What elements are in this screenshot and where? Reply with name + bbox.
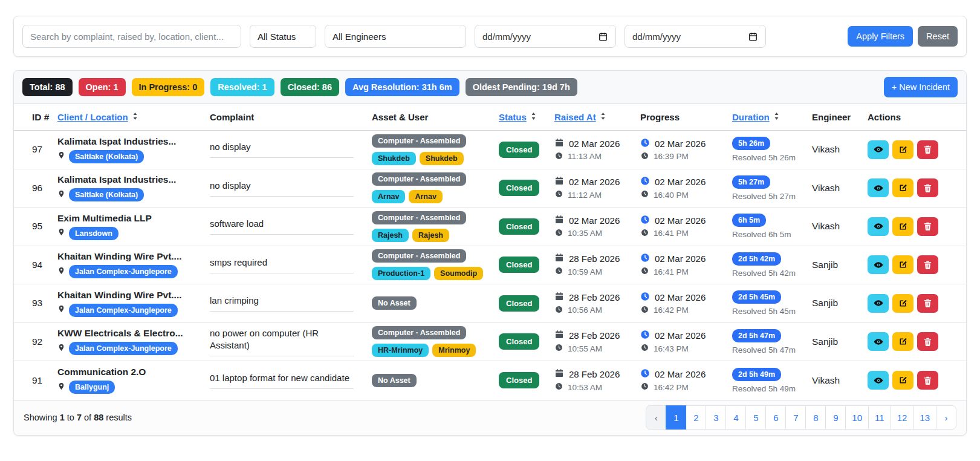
- view-button[interactable]: [868, 217, 889, 236]
- engineer-name: Vikash: [812, 221, 868, 232]
- clock-icon: [641, 267, 649, 275]
- eye-icon: [873, 221, 884, 231]
- status-filter-select[interactable]: All Status: [250, 25, 316, 48]
- delete-button[interactable]: [917, 178, 938, 197]
- clock-icon: [555, 306, 563, 313]
- pagination-prev-button[interactable]: ‹: [646, 405, 666, 430]
- page-button[interactable]: 4: [725, 405, 746, 430]
- table-row: 91 Communication 2.O Ballygunj 01 laptop…: [14, 361, 966, 400]
- header-asset-user: Asset & User: [372, 112, 499, 122]
- engineer-filter-select[interactable]: All Engineers: [325, 25, 466, 48]
- eye-icon: [873, 145, 884, 154]
- edit-button[interactable]: [892, 294, 913, 313]
- edit-button[interactable]: [892, 255, 913, 274]
- page-button[interactable]: 8: [805, 405, 826, 430]
- new-incident-button[interactable]: + New Incident: [884, 77, 958, 97]
- client-name: Kalimata Ispat Industries...: [57, 174, 210, 185]
- location-pin-icon: [57, 382, 65, 393]
- complaint-text[interactable]: smps required: [210, 257, 354, 273]
- view-button[interactable]: [868, 294, 889, 313]
- delete-button[interactable]: [917, 140, 938, 159]
- edit-button[interactable]: [892, 332, 913, 351]
- progress-date: 02 Mar 2026: [655, 253, 706, 264]
- trash-icon: [923, 298, 932, 308]
- complaint-text[interactable]: lan crimping: [210, 295, 354, 312]
- header-client-location[interactable]: Client / Location: [57, 112, 210, 122]
- progress-time: 16:41 PM: [654, 229, 689, 238]
- clock-icon: [555, 190, 563, 198]
- search-input[interactable]: [22, 25, 241, 48]
- asset-badge: Computer - Assembled: [372, 134, 466, 148]
- duration-note: Resolved 6h 5m: [732, 230, 812, 239]
- page-button[interactable]: 3: [706, 405, 726, 430]
- view-button[interactable]: [868, 140, 889, 159]
- header-status[interactable]: Status: [499, 112, 554, 122]
- page-button[interactable]: 5: [745, 405, 766, 430]
- view-button[interactable]: [868, 371, 889, 390]
- date-from-input[interactable]: dd/mm/yyyy: [475, 25, 616, 48]
- edit-button[interactable]: [892, 140, 913, 159]
- delete-button[interactable]: [917, 217, 938, 236]
- complaint-text[interactable]: no display: [210, 141, 354, 158]
- view-button[interactable]: [868, 178, 889, 197]
- page-button[interactable]: 12: [891, 405, 914, 430]
- header-id: ID #: [24, 112, 57, 123]
- reset-button[interactable]: Reset: [918, 26, 958, 47]
- edit-button[interactable]: [892, 371, 913, 390]
- incident-id: 97: [24, 144, 57, 155]
- edit-button[interactable]: [892, 178, 913, 197]
- page-button[interactable]: 2: [686, 405, 706, 430]
- duration-badge: 5h 26m: [732, 137, 770, 150]
- calendar-picker-icon[interactable]: [598, 31, 608, 42]
- header-actions: Actions: [868, 112, 943, 122]
- client-name: Khaitan Winding Wire Pvt....: [57, 290, 210, 301]
- header-raised-at[interactable]: Raised At: [554, 112, 640, 122]
- clock-icon: [640, 292, 650, 301]
- view-button[interactable]: [868, 332, 889, 351]
- complaint-text[interactable]: no power on computer (HR Assistant): [210, 327, 354, 357]
- page-button[interactable]: 11: [868, 405, 891, 430]
- complaint-text[interactable]: no display: [210, 180, 354, 197]
- raised-by-badge: Shukdeb: [420, 152, 464, 165]
- client-name: Exim Multimedia LLP: [57, 213, 210, 224]
- delete-button[interactable]: [917, 255, 938, 274]
- location-pin-icon: [57, 266, 65, 278]
- calendar-icon: [554, 215, 564, 224]
- page-button[interactable]: 9: [825, 405, 846, 430]
- raised-date: 02 Mar 2026: [569, 177, 620, 187]
- view-button[interactable]: [868, 255, 889, 274]
- page-button[interactable]: 10: [845, 405, 869, 430]
- complaint-text[interactable]: software load: [210, 218, 354, 235]
- delete-button[interactable]: [917, 332, 938, 351]
- edit-button[interactable]: [892, 217, 913, 236]
- progress-date: 02 Mar 2026: [655, 292, 706, 302]
- apply-filters-button[interactable]: Apply Filters: [848, 26, 913, 47]
- raised-by-badge: Arnav: [409, 190, 442, 203]
- clock-icon: [641, 306, 649, 313]
- header-duration[interactable]: Duration: [732, 112, 812, 122]
- table-row: 97 Kalimata Ispat Industries... Saltlake…: [14, 131, 966, 169]
- sort-icon: [131, 112, 139, 120]
- duration-badge: 2d 5h 42m: [732, 252, 781, 266]
- raised-date: 28 Feb 2026: [569, 292, 620, 302]
- table-row: 93 Khaitan Winding Wire Pvt.... Jalan Co…: [14, 284, 966, 323]
- pagination-next-button[interactable]: ›: [936, 405, 956, 430]
- page-button[interactable]: 13: [913, 405, 936, 430]
- page-button[interactable]: 1: [666, 405, 686, 430]
- asset-badge: Computer - Assembled: [372, 211, 466, 224]
- status-badge: Closed: [499, 372, 539, 388]
- sort-icon: [773, 112, 780, 120]
- asset-user-badge: HR-Mrinmoy: [372, 344, 429, 357]
- progress-time: 16:41 PM: [654, 267, 689, 276]
- calendar-picker-icon[interactable]: [748, 31, 758, 42]
- location-badge: Jalan Complex-Junglepore: [69, 265, 178, 278]
- delete-button[interactable]: [917, 371, 938, 390]
- page-button[interactable]: 6: [765, 405, 786, 430]
- location-pin-icon: [57, 227, 65, 237]
- page-button[interactable]: 7: [785, 405, 806, 430]
- calendar-icon: [554, 176, 564, 186]
- date-to-input[interactable]: dd/mm/yyyy: [625, 25, 766, 48]
- complaint-text[interactable]: 01 laptop format for new candidate: [210, 372, 354, 389]
- status-badge: Closed: [499, 180, 539, 196]
- delete-button[interactable]: [917, 294, 938, 313]
